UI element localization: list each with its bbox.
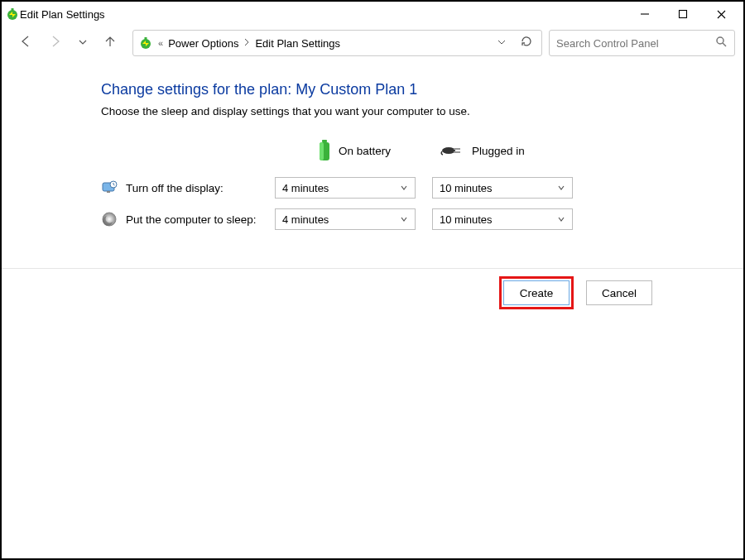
display-row-label: Turn off the display: bbox=[101, 179, 275, 196]
sleep-battery-dropdown[interactable]: 4 minutes bbox=[275, 208, 416, 230]
svg-rect-10 bbox=[454, 148, 460, 150]
display-plugged-value: 10 minutes bbox=[440, 182, 493, 194]
sleep-battery-value: 4 minutes bbox=[282, 213, 329, 226]
on-battery-label: On battery bbox=[339, 145, 391, 157]
breadcrumb-ellipsis[interactable]: « bbox=[158, 38, 163, 48]
breadcrumb-edit-plan[interactable]: Edit Plan Settings bbox=[255, 37, 340, 50]
chevron-down-icon bbox=[400, 213, 408, 226]
page-subtitle: Choose the sleep and display settings th… bbox=[101, 105, 743, 117]
svg-rect-13 bbox=[107, 191, 110, 193]
search-icon[interactable] bbox=[715, 36, 728, 51]
settings-grid: Turn off the display: 4 minutes 10 minut… bbox=[101, 177, 743, 230]
window-controls bbox=[626, 2, 740, 26]
column-headers: On battery Plugged in bbox=[101, 139, 743, 162]
svg-point-9 bbox=[442, 147, 455, 154]
chevron-down-icon bbox=[557, 213, 565, 226]
app-icon bbox=[5, 7, 20, 22]
content-area: Change settings for the plan: My Custom … bbox=[2, 60, 743, 250]
action-buttons: Create Cancel bbox=[2, 269, 743, 305]
titlebar: Edit Plan Settings bbox=[2, 2, 743, 26]
display-plugged-dropdown[interactable]: 10 minutes bbox=[432, 177, 573, 199]
forward-button[interactable] bbox=[48, 34, 63, 52]
cancel-button[interactable]: Cancel bbox=[586, 280, 652, 305]
svg-point-5 bbox=[717, 37, 723, 44]
create-button[interactable]: Create bbox=[503, 280, 570, 305]
battery-icon bbox=[317, 139, 332, 162]
chevron-down-icon bbox=[400, 182, 408, 194]
refresh-button[interactable] bbox=[520, 35, 533, 51]
maximize-button[interactable] bbox=[664, 2, 702, 26]
svg-rect-4 bbox=[145, 37, 147, 41]
address-bar[interactable]: « Power Options Edit Plan Settings bbox=[132, 30, 542, 56]
chevron-down-icon bbox=[557, 182, 565, 194]
breadcrumb-power-options[interactable]: Power Options bbox=[168, 37, 238, 50]
recent-dropdown[interactable] bbox=[78, 36, 88, 50]
svg-rect-8 bbox=[320, 142, 324, 160]
sleep-label-text: Put the computer to sleep: bbox=[126, 213, 257, 226]
search-box[interactable] bbox=[549, 30, 735, 56]
page-title: Change settings for the plan: My Custom … bbox=[101, 81, 743, 98]
display-battery-value: 4 minutes bbox=[282, 182, 329, 194]
up-button[interactable] bbox=[103, 34, 118, 52]
svg-rect-6 bbox=[322, 140, 327, 142]
address-icon bbox=[138, 36, 153, 50]
svg-rect-1 bbox=[12, 8, 14, 12]
display-label-text: Turn off the display: bbox=[126, 182, 223, 194]
plug-icon bbox=[440, 143, 465, 158]
close-button[interactable] bbox=[702, 2, 740, 26]
chevron-right-icon bbox=[243, 38, 250, 48]
svg-rect-2 bbox=[680, 11, 687, 18]
address-dropdown[interactable] bbox=[497, 36, 507, 50]
display-battery-dropdown[interactable]: 4 minutes bbox=[275, 177, 416, 199]
search-input[interactable] bbox=[556, 37, 705, 50]
display-icon bbox=[101, 179, 118, 196]
sleep-plugged-value: 10 minutes bbox=[440, 213, 493, 226]
sleep-plugged-dropdown[interactable]: 10 minutes bbox=[432, 208, 573, 230]
window-title: Edit Plan Settings bbox=[20, 8, 626, 21]
sleep-icon bbox=[101, 211, 118, 227]
nav-buttons bbox=[10, 34, 126, 52]
svg-rect-11 bbox=[454, 151, 460, 153]
minimize-button[interactable] bbox=[626, 2, 664, 26]
sleep-row-label: Put the computer to sleep: bbox=[101, 211, 275, 227]
plugged-in-label: Plugged in bbox=[472, 145, 525, 157]
toolbar: « Power Options Edit Plan Settings bbox=[2, 26, 743, 60]
back-button[interactable] bbox=[18, 34, 33, 52]
